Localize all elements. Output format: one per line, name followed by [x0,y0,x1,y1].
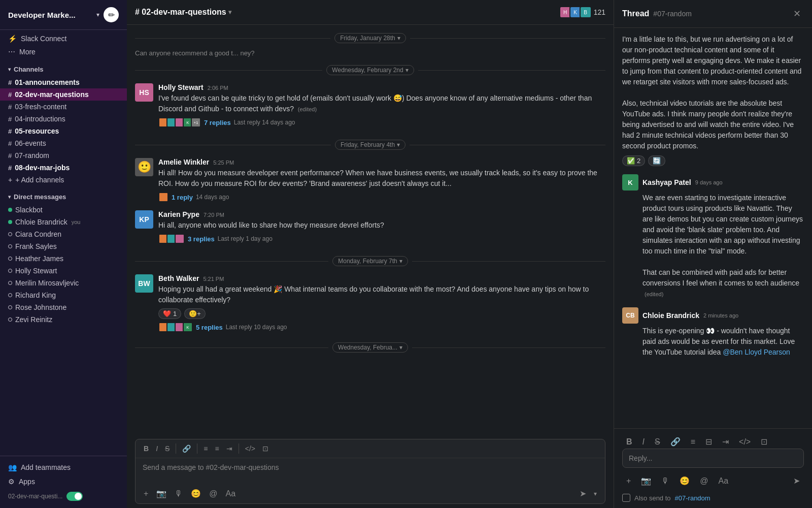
thread-author[interactable]: Kashyap Patel [642,178,691,186]
offline-indicator [8,305,12,309]
date-divider-text[interactable]: Wednesday, February 2nd ▾ [326,65,414,75]
sidebar-item-slack-connect[interactable]: ⚡ Slack Connect [0,32,127,45]
message-author[interactable]: Holly Stewart [158,83,204,91]
channels-section-header[interactable]: ▾ Channels [0,62,127,76]
dm-item-rose[interactable]: Rose Johnstone [0,301,127,313]
channel-title-chevron[interactable]: ▾ [228,9,231,16]
link-button[interactable]: 🔗 [179,442,194,455]
send-button[interactable]: ➤ [576,487,590,500]
add-channels-item[interactable]: + + Add channels [0,174,127,186]
reaction-heart[interactable]: ❤️ 1 [158,308,181,319]
mention[interactable]: @Ben Lloyd Pearson [723,348,790,356]
channel-label: 04-introductions [15,115,65,123]
thread-send-button[interactable]: ➤ [789,474,804,488]
strikethrough-button[interactable]: S [651,435,664,449]
message-author[interactable]: Karien Pype [158,210,199,218]
format-button[interactable]: Aa [223,487,239,500]
dm-item-holly[interactable]: Holly Stewart [0,265,127,277]
dm-label: Ciara Condren [15,230,61,238]
date-divider-text[interactable]: Monday, February 7th ▾ [332,256,408,266]
reaction-checkmark[interactable]: ✅ 2 [622,155,645,166]
bottom-toggle[interactable] [66,492,83,501]
message-text: Hi all, anyone who would like to share h… [158,220,605,231]
channel-item-04-introductions[interactable]: # 04-introductions [0,113,127,125]
date-divider-text[interactable]: Wednesday, Februa... ▾ [332,342,408,353]
dm-item-ciara[interactable]: Ciara Condren [0,228,127,240]
date-chevron-icon: ▾ [405,67,409,74]
ordered-list-button[interactable]: ≡ [687,435,699,449]
thread-author[interactable]: Chloie Brandrick [642,311,699,320]
dm-section-header[interactable]: ▾ Direct messages [0,190,127,204]
reaction-add[interactable]: 🙂+ [184,308,206,319]
channel-item-03-fresh-content[interactable]: # 03-fresh-content [0,101,127,113]
channel-label: 01-announcements [15,78,80,86]
reply-time: Last reply 10 days ago [226,324,287,331]
channel-item-08-dev-mar-jobs[interactable]: # 08-dev-mar-jobs [0,162,127,174]
compose-button[interactable]: ✏ [104,7,119,22]
emoji-button[interactable]: 😊 [188,487,204,500]
code-button[interactable]: </> [735,435,755,449]
mention-button[interactable]: @ [696,474,712,488]
dm-item-richard[interactable]: Richard King [0,289,127,301]
hash-icon: # [8,128,12,135]
dm-item-frank[interactable]: Frank Sayles [0,240,127,252]
block-code-button[interactable]: ⊡ [757,435,771,449]
video-button[interactable]: 📷 [153,487,170,500]
strikethrough-button[interactable]: S [162,442,173,455]
sidebar-item-more[interactable]: ⋯ More [0,45,127,58]
indent-button[interactable]: ⇥ [718,435,733,449]
emoji-button[interactable]: 😊 [675,474,694,488]
channel-item-06-events[interactable]: # 06-events [0,137,127,149]
channel-label: 05-resources [15,127,59,135]
channel-title-text: # 02-dev-mar-questions [135,8,226,17]
dm-item-merilin[interactable]: Merilin Mirosavljevic [0,277,127,289]
mic-button[interactable]: 🎙 [657,474,673,488]
dm-item-heather[interactable]: Heather James [0,252,127,265]
channel-item-05-resources[interactable]: # 05-resources [0,125,127,137]
date-divider-text[interactable]: Friday, February 4th ▾ [335,140,405,150]
reply-count[interactable]: 5 replies [196,324,223,331]
message-time: 5:21 PM [203,276,224,282]
dm-item-chloie[interactable]: Chloie Brandrick you [0,216,127,228]
reply-count[interactable]: 7 replies [204,119,231,126]
channel-item-02-dev-mar-questions[interactable]: # 02-dev-mar-questions [0,88,127,101]
message-content: Amelie Winkler 5:25 PM Hi all! How do yo… [158,158,605,202]
add-teammates-button[interactable]: 👥 Add teammates [0,460,127,474]
video-button[interactable]: 📷 [637,474,655,488]
italic-button[interactable]: I [638,435,649,449]
link-button[interactable]: 🔗 [666,435,685,449]
channel-item-07-random[interactable]: # 07-random [0,149,127,162]
workspace-chevron-icon[interactable]: ▾ [96,11,99,18]
composer-input[interactable]: Send a message to #02-dev-mar-questions [136,458,605,484]
add-button[interactable]: + [141,487,151,500]
dm-item-slackbot[interactable]: Slackbot [0,204,127,216]
thread-reply-input[interactable]: Reply... [622,449,804,468]
send-options-button[interactable]: ▾ [591,488,600,499]
apps-section[interactable]: ⚙ Apps [0,474,127,489]
block-button[interactable]: ⊡ [259,442,272,455]
bold-button[interactable]: B [622,435,636,449]
italic-button[interactable]: I [153,442,161,455]
date-divider-text[interactable]: Friday, January 28th ▾ [334,33,406,43]
mention-button[interactable]: @ [206,487,220,500]
ordered-list-button[interactable]: ≡ [200,442,211,455]
indent-button[interactable]: ⇥ [223,442,235,455]
format-button[interactable]: Aa [715,474,733,488]
also-send-checkbox[interactable] [622,494,630,502]
dm-item-zevi[interactable]: Zevi Reinitz [0,313,127,326]
mic-button[interactable]: 🎙 [172,487,186,500]
unordered-list-button[interactable]: ⊟ [701,435,716,449]
reaction-add[interactable]: 🔄 [648,155,665,166]
reply-count[interactable]: 3 replies [188,235,215,243]
reply-count[interactable]: 1 reply [172,194,193,201]
message-author[interactable]: Beth Walker [158,274,199,282]
bold-button[interactable]: B [141,442,152,455]
message-author[interactable]: Amelie Winkler [158,158,209,166]
channel-item-01-announcements[interactable]: # 01-announcements [0,76,127,88]
thread-close-button[interactable]: ✕ [790,7,804,20]
unordered-list-button[interactable]: ≡ [212,442,222,455]
add-button[interactable]: + [622,474,635,488]
member-count[interactable]: 121 [594,8,605,16]
code-button[interactable]: </> [242,442,258,455]
also-send-channel[interactable]: #07-random [675,494,710,502]
